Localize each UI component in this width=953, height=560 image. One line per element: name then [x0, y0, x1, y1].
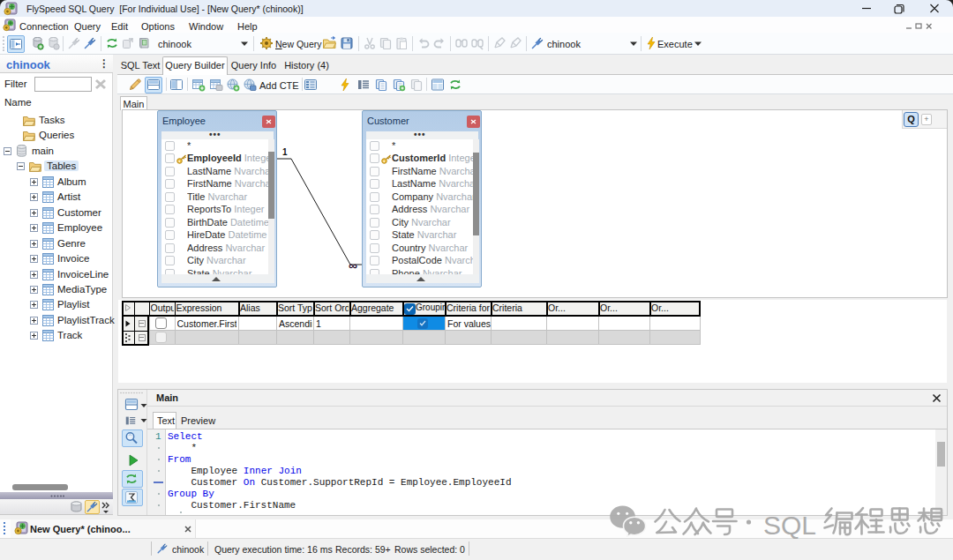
svg-text:SQL: SQL: [763, 511, 816, 540]
